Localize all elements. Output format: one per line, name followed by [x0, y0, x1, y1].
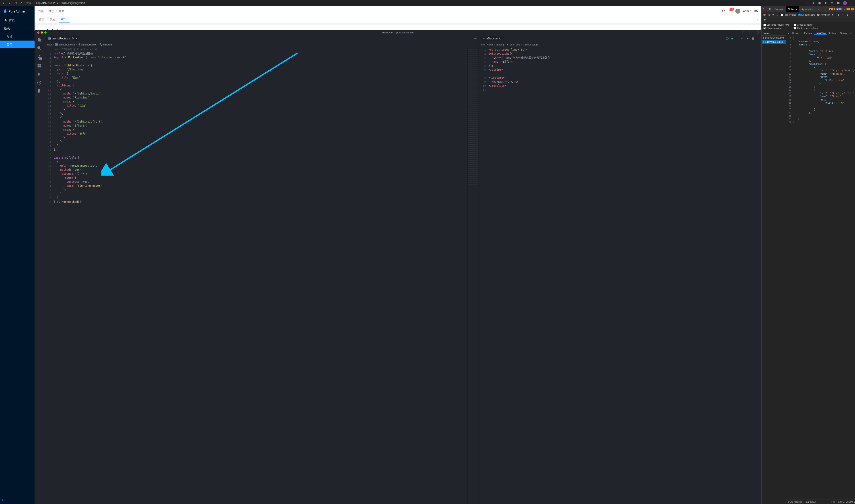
wifi-icon[interactable] [837, 14, 840, 16]
inspect-icon[interactable] [762, 8, 767, 11]
layout-4-icon[interactable] [755, 31, 759, 34]
compass-icon[interactable] [726, 37, 729, 40]
editor-breadcrumb-left[interactable]: mock › TS asyncRoutes.ts › ⦿ fightingRou… [44, 42, 479, 47]
loop-icon[interactable] [741, 37, 744, 40]
warning-badge[interactable]: ▲ 1 [829, 8, 835, 10]
vitest-icon[interactable]: ◆ [731, 37, 733, 40]
throttling-select[interactable]: No throttling [817, 14, 830, 16]
search-icon[interactable] [776, 14, 779, 16]
devtools-tab-application[interactable]: Application [799, 6, 816, 12]
devtools-panel: Console Network Application » ▲ 1 ■ 1 ⋮ … [761, 6, 855, 504]
sidebar-item-home[interactable]: 首页 [0, 16, 35, 24]
tab-努力[interactable]: 努力 × [59, 17, 70, 22]
tabs-dropdown[interactable]: ▾ [757, 18, 758, 21]
window-zoom-icon[interactable] [44, 32, 47, 34]
settings-icon[interactable] [754, 10, 758, 13]
git-badge: 16 [39, 57, 42, 60]
forward-icon[interactable] [8, 2, 11, 5]
user-avatar[interactable] [735, 9, 740, 14]
remote-icon[interactable] [37, 80, 41, 85]
git-compare-icon[interactable] [735, 37, 738, 40]
devtools-tab-network[interactable]: Network [786, 6, 799, 12]
devtools-tab-more[interactable]: » [816, 6, 822, 12]
split-icon[interactable] [751, 37, 754, 40]
more-icon[interactable] [850, 2, 853, 5]
group-frame-check[interactable]: Group by frame [794, 24, 818, 26]
request-serverconfig[interactable]: serverConfig.json [762, 36, 786, 40]
clear-icon[interactable] [767, 14, 770, 16]
show-overview-check[interactable]: Show overview [763, 27, 789, 30]
layout-2-icon[interactable] [747, 31, 750, 34]
more-icon[interactable]: ⋯ [474, 37, 477, 40]
file-tab-asyncroutes[interactable]: TS asyncRoutes.ts M × [46, 36, 79, 41]
request-getasyncroutes[interactable]: getAsyncRoutes [762, 40, 786, 44]
filter-icon[interactable] [772, 14, 774, 16]
device-toggle-icon[interactable] [767, 8, 772, 11]
response-body[interactable]: 1{2 "success": true,3 "data": [4 {5 "pat… [786, 36, 855, 500]
editor-pane-right: ▼ effort.vue A ◆ [479, 35, 761, 504]
sidebar-collapse-toggle[interactable]: ⇤ [0, 496, 35, 504]
search-icon[interactable] [37, 46, 41, 50]
more-icon[interactable]: ⋮ [847, 8, 850, 10]
username[interactable]: admin [743, 10, 751, 13]
window-close-icon[interactable] [37, 32, 39, 34]
window-minimize-icon[interactable] [41, 32, 43, 34]
code-editor-right[interactable]: 1234567891011 <script setup lang="ts">de… [479, 47, 761, 504]
screenshots-check[interactable]: Capture screenshots [794, 27, 818, 30]
settings-icon[interactable] [843, 8, 845, 11]
notifications-button[interactable]: 13 [729, 9, 732, 13]
close-detail-icon[interactable]: × [786, 32, 790, 35]
brand-logo[interactable]: PureAdmin [0, 6, 35, 16]
list-icon[interactable] [831, 2, 834, 5]
search-icon[interactable] [722, 10, 726, 13]
reload-icon[interactable] [14, 2, 17, 5]
detail-tab-response[interactable]: Response [814, 32, 827, 35]
layout-1-icon[interactable] [742, 31, 745, 34]
detail-tab-headers[interactable]: Headers [790, 32, 802, 35]
info-badge[interactable]: ■ 1 [836, 8, 842, 10]
puzzle-icon[interactable] [824, 2, 827, 5]
more-icon[interactable]: ⋯ [757, 37, 760, 40]
sidebar-item-励志[interactable]: 励志 ⌃ [0, 24, 35, 33]
download-icon[interactable] [846, 14, 849, 16]
tab-首页[interactable]: 首页 [38, 17, 46, 22]
file-tab-effort[interactable]: ▼ effort.vue A [481, 36, 503, 41]
share-icon[interactable] [805, 2, 809, 5]
disable-cache-check[interactable]: Disable cache [798, 14, 815, 16]
close-icon[interactable]: × [75, 37, 77, 40]
layout-3-icon[interactable] [751, 31, 754, 34]
back-icon[interactable] [2, 2, 5, 5]
bookmark-icon[interactable] [37, 89, 41, 93]
minimap[interactable] [467, 47, 479, 504]
close-icon[interactable]: × [851, 8, 854, 10]
name-column-header[interactable]: Name [762, 31, 786, 36]
devtools-tab-console[interactable]: Console [772, 6, 786, 12]
address-bar[interactable]: http://192.168.2.121:8848/#/fighting/eff… [36, 2, 803, 5]
git-icon[interactable]: 16 [37, 54, 41, 59]
code-editor-left[interactable]: 1234567891011121314151617181920212223242… [44, 47, 479, 504]
debug-icon[interactable] [37, 72, 41, 76]
sidebar-sub-努力[interactable]: 努力 [0, 40, 35, 48]
star-icon[interactable] [812, 2, 815, 5]
detail-tab-more[interactable]: » [849, 32, 853, 35]
extension-icon[interactable] [818, 2, 821, 5]
record-button[interactable] [763, 14, 766, 16]
upload-icon[interactable] [842, 14, 844, 16]
editor-breadcrumb-right[interactable]: src › views › fighting › ▼ effort.vue › … [479, 42, 761, 47]
run-icon[interactable] [746, 37, 749, 40]
sidebar-sub-加油[interactable]: 加油 [0, 33, 35, 40]
explorer-icon[interactable] [37, 37, 41, 42]
detail-tab-timing[interactable]: Timing [838, 32, 849, 35]
tab-加油[interactable]: 加油 [48, 17, 56, 22]
panel-icon[interactable] [837, 2, 840, 5]
large-rows-check[interactable]: Use large request rows [763, 24, 789, 26]
preserve-log-check[interactable]: Preserve log [781, 14, 796, 16]
security-indicator[interactable]: 不安全 [20, 1, 32, 5]
profile-avatar[interactable] [843, 1, 847, 5]
extensions-icon[interactable] [37, 64, 41, 68]
detail-tab-preview[interactable]: Preview [802, 32, 814, 35]
settings-icon[interactable] [851, 14, 853, 16]
close-icon[interactable]: × [67, 17, 68, 21]
detail-tab-initiator[interactable]: Initiator [827, 32, 838, 35]
funnel-icon[interactable] [763, 19, 766, 21]
